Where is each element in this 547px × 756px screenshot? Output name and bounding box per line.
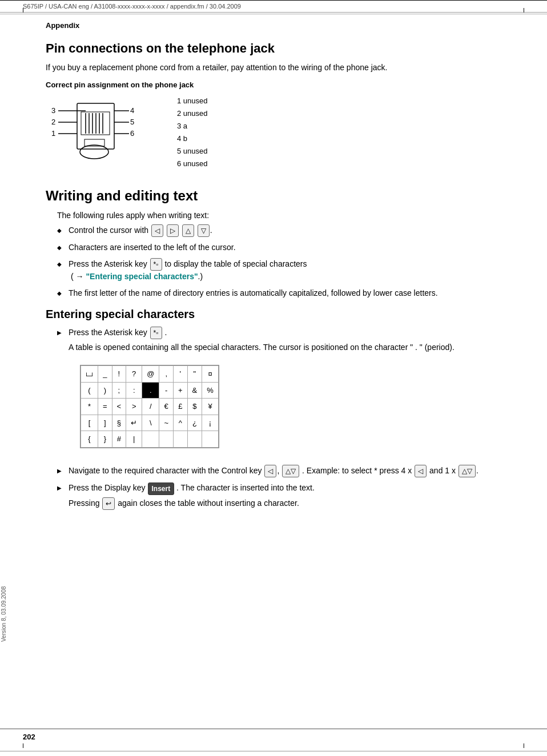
cell-1-3: :	[126, 382, 142, 399]
cell-0-1: _	[98, 366, 112, 383]
header-text: S675IP / USA-CAN eng / A31008-xxxx-xxxx-…	[23, 3, 241, 10]
pin-desc-6: 6 unused	[177, 158, 208, 170]
step1-text: Press the Asterisk key	[69, 328, 150, 337]
cell-1-1: )	[98, 382, 112, 399]
bullet-2-text: Characters are inserted to the left of t…	[69, 243, 236, 252]
cell-2-4: /	[142, 399, 159, 415]
bottom-line	[0, 751, 547, 751]
key-down: ▽	[198, 224, 210, 237]
main-content: Appendix Pin connections on the telephon…	[0, 15, 547, 541]
cell-2-8: ¥	[202, 399, 219, 415]
cell-4-2: #	[112, 431, 126, 448]
table-row-4: { } # |	[81, 431, 219, 448]
cell-4-1: }	[98, 431, 112, 448]
page-footer: 202	[0, 729, 547, 745]
cell-2-3: >	[126, 399, 142, 415]
cell-0-0: ⌴	[81, 366, 98, 383]
cell-3-2: §	[112, 415, 126, 431]
svg-text:3: 3	[51, 106, 55, 115]
cell-1-6: +	[173, 382, 187, 399]
svg-text:5: 5	[130, 118, 134, 126]
pin-labels: 1 unused 2 unused 3 a 4 b 5 unused 6 unu…	[177, 95, 208, 171]
svg-text:1: 1	[51, 129, 55, 138]
chars-table-grid: ⌴ _ ! ? @ , ' " ¤ (	[81, 365, 219, 448]
cell-0-4: @	[142, 366, 159, 383]
cell-2-1: =	[98, 399, 112, 415]
control-key-2: △▽	[282, 465, 299, 477]
nav-key-left: ◁	[415, 465, 427, 477]
table-row-3: [ ] § ↵ \ ~ ^ ¿ ¡	[81, 415, 219, 431]
insert-key: Insert	[148, 482, 175, 495]
pin-desc-1: 1 unused	[177, 95, 208, 107]
step1-sub: A table is opened containing all the spe…	[69, 341, 524, 353]
step3-text: Press the Display key	[69, 483, 148, 492]
pin-connections-section: Pin connections on the telephone jack If…	[46, 41, 524, 171]
table-row-0: ⌴ _ ! ? @ , ' " ¤	[81, 366, 219, 383]
cell-4-0: {	[81, 431, 98, 448]
asterisk-key-2: *▫	[150, 327, 162, 339]
cell-3-8: ¡	[202, 415, 219, 431]
svg-text:2: 2	[51, 118, 55, 126]
cell-3-7: ¿	[187, 415, 202, 431]
appendix-label: Appendix	[46, 21, 524, 30]
entering-chars-link[interactable]: "Entering special characters"	[86, 272, 198, 281]
cell-0-7: "	[187, 366, 202, 383]
writing-bullets: Control the cursor with ◁ ▷ △ ▽. Charact…	[57, 224, 524, 300]
cell-4-8	[202, 431, 219, 448]
cell-3-1: ]	[98, 415, 112, 431]
key-up: △	[182, 224, 194, 237]
key-left: ◁	[151, 224, 163, 237]
nav-key-up: △▽	[458, 465, 476, 477]
cell-1-4-highlighted: .	[142, 382, 159, 399]
step3-sub-suffix: again closes the table without inserting…	[118, 498, 299, 508]
cell-1-5: -	[159, 382, 174, 399]
bullet-1: Control the cursor with ◁ ▷ △ ▽.	[57, 224, 524, 237]
bullet-4: The first letter of the name of director…	[57, 287, 524, 299]
step2-and: and 1 x	[429, 466, 458, 475]
control-key-1: ◁	[264, 465, 276, 477]
writing-section-title: Writing and editing text	[46, 188, 524, 204]
svg-text:4: 4	[130, 106, 134, 115]
cell-3-0: [	[81, 415, 98, 431]
step3-sub-text: Pressing	[69, 498, 102, 508]
key-right: ▷	[167, 224, 179, 237]
table-row-1: ( ) ; : . - + & %	[81, 382, 219, 399]
bullet-1-text: Control the cursor with	[69, 226, 151, 235]
back-key: ↩	[102, 497, 115, 510]
step3-suffix: . The character is inserted into the tex…	[176, 483, 315, 492]
step3-sub: Pressing ↩ again closes the table withou…	[69, 497, 524, 510]
cell-4-3: |	[126, 431, 142, 448]
cell-3-6: ^	[173, 415, 187, 431]
special-chars-table: ⌴ _ ! ? @ , ' " ¤ (	[80, 365, 219, 448]
cell-2-5: €	[159, 399, 174, 415]
page-header: S675IP / USA-CAN eng / A31008-xxxx-xxxx-…	[0, 0, 547, 13]
cell-1-7: &	[187, 382, 202, 399]
pin-desc-3: 3 a	[177, 120, 208, 132]
cell-4-5	[159, 431, 174, 448]
pin-section-title: Pin connections on the telephone jack	[46, 41, 524, 56]
bullet-4-text: The first letter of the name of director…	[69, 288, 438, 297]
cell-0-2: !	[112, 366, 126, 383]
pin-section-intro: If you buy a replacement phone cord from…	[46, 62, 524, 74]
arrow-item-3: Press the Display key Insert . The chara…	[57, 482, 524, 510]
bullet-2: Characters are inserted to the left of t…	[57, 242, 524, 254]
cell-1-8: %	[202, 382, 219, 399]
cell-3-5: ~	[159, 415, 174, 431]
cell-2-2: <	[112, 399, 126, 415]
phone-jack-diagram: 3 2 1 4 5 6	[46, 95, 160, 169]
bullet-3-text: Press the Asterisk key	[69, 259, 150, 268]
arrow-list: Press the Asterisk key *▫ . A table is o…	[57, 327, 524, 510]
cell-0-8: ¤	[202, 366, 219, 383]
asterisk-key-1: *▫	[150, 258, 162, 271]
step2-mid: . Example: to select * press 4 x	[302, 466, 414, 475]
arrow-item-1: Press the Asterisk key *▫ . A table is o…	[57, 327, 524, 460]
pin-desc-4: 4 b	[177, 132, 208, 145]
cell-4-7	[187, 431, 202, 448]
writing-section: Writing and editing text The following r…	[46, 188, 524, 300]
step2-text: Navigate to the required character with …	[69, 466, 264, 475]
cell-3-4: \	[142, 415, 159, 431]
entering-section-title: Entering special characters	[46, 308, 524, 321]
cell-1-0: (	[81, 382, 98, 399]
cell-2-7: $	[187, 399, 202, 415]
cell-4-6	[173, 431, 187, 448]
